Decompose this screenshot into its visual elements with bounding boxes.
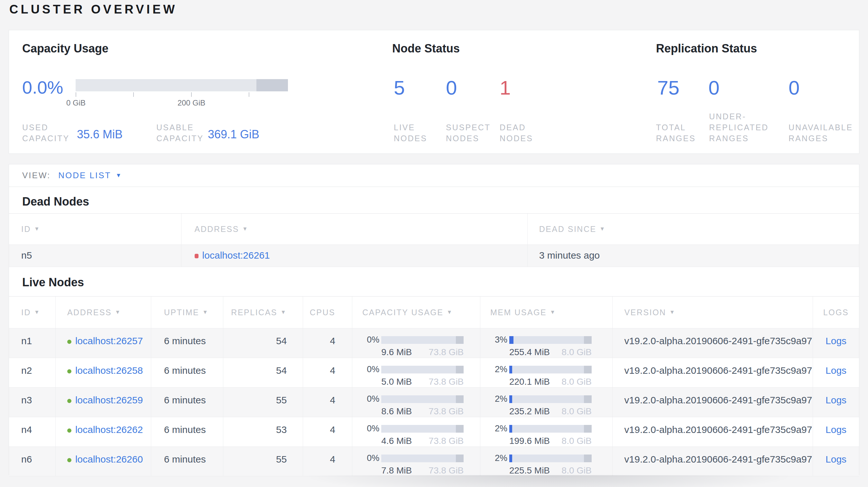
live-status-dot-icon [67, 340, 71, 344]
gauge-tick-label: 200 GiB [172, 98, 211, 107]
node-address-link[interactable]: localhost:26257 [75, 335, 143, 346]
dead-nodes-label: DEAD NODES [500, 122, 538, 144]
capacity-bar-nonusable-segment [456, 395, 464, 403]
mem-used-value: 220.1 MiB [509, 377, 550, 387]
capacity-used-value: 4.6 MiB [381, 436, 412, 446]
column-header-logs: LOGS [813, 297, 859, 328]
under-replicated-count: 0 [708, 78, 719, 98]
column-header-replicas[interactable]: REPLICAS▼ [223, 297, 303, 328]
node-id: n4 [9, 417, 56, 447]
capacity-total-value: 73.8 GiB [429, 347, 464, 357]
mem-percent: 3% [480, 335, 507, 345]
capacity-total-value: 73.8 GiB [429, 436, 464, 446]
column-header-id[interactable]: ID▼ [9, 214, 181, 245]
view-selector[interactable]: NODE LIST [58, 170, 111, 181]
live-status-dot-icon [67, 369, 71, 374]
mem-used-value: 199.6 MiB [509, 436, 550, 446]
capacity-usage-cell: 0% 9.6 MiB73.8 GiB [352, 328, 480, 358]
logs-link[interactable]: Logs [826, 454, 846, 464]
logs-link[interactable]: Logs [826, 424, 846, 435]
capacity-bar-nonusable-segment [456, 336, 464, 344]
live-nodes-count: 5 [394, 78, 405, 98]
mem-bar-nonusable-segment [584, 425, 592, 433]
used-capacity-label: USED CAPACITY [22, 122, 70, 144]
mem-bar [509, 336, 592, 344]
node-address-link[interactable]: localhost:26262 [75, 424, 143, 435]
column-header-uptime[interactable]: UPTIME▼ [151, 297, 223, 328]
mem-percent: 2% [480, 453, 507, 463]
node-address-link[interactable]: localhost:26258 [75, 365, 143, 376]
mem-total-value: 8.0 GiB [562, 347, 592, 357]
sort-desc-icon: ▼ [446, 309, 453, 316]
sort-desc-icon: ▼ [550, 309, 556, 316]
cpus-value: 4 [303, 417, 352, 447]
capacity-bar-nonusable-segment [456, 425, 464, 433]
live-status-dot-icon [67, 399, 71, 403]
live-nodes-table: ID▼ ADDRESS▼ UPTIME▼ REPLICAS▼ CPUS CAPA… [9, 296, 859, 476]
table-row: n6 localhost:26260 6 minutes 55 4 0% 7.8… [9, 447, 859, 476]
logs-link[interactable]: Logs [826, 395, 846, 405]
gauge-tick [191, 92, 192, 97]
under-replicated-label: UNDER-REPLICATED RANGES [709, 111, 778, 144]
unavailable-ranges-label: UNAVAILABLE RANGES [788, 122, 863, 144]
table-row: n5 localhost:26261 3 minutes ago [9, 245, 859, 267]
capacity-percent: 0% [352, 364, 379, 375]
capacity-bar [381, 336, 464, 344]
replicas-value: 55 [223, 388, 303, 417]
chevron-down-icon[interactable]: ▼ [116, 172, 121, 179]
page-bottom-shadow [238, 475, 859, 487]
table-row: n3 localhost:26259 6 minutes 55 4 0% 8.6… [9, 388, 859, 417]
column-header-dead-since[interactable]: DEAD SINCE▼ [528, 214, 859, 245]
dead-status-dot-icon [195, 254, 198, 258]
sort-desc-icon: ▼ [281, 309, 287, 316]
column-header-cpus[interactable]: CPUS [303, 297, 352, 328]
uptime-value: 6 minutes [151, 328, 223, 358]
unavailable-count: 0 [788, 78, 800, 98]
column-header-capacity-usage[interactable]: CAPACITY USAGE▼ [352, 297, 480, 328]
column-header-mem-usage[interactable]: MEM USAGE▼ [480, 297, 613, 328]
column-header-id[interactable]: ID▼ [9, 297, 56, 328]
mem-usage-cell: 3% 255.4 MiB8.0 GiB [480, 328, 613, 358]
capacity-percent: 0% [352, 335, 379, 345]
capacity-percent: 0% [352, 424, 379, 433]
mem-usage-cell: 2% 220.1 MiB8.0 GiB [480, 358, 613, 387]
node-id: n5 [9, 245, 181, 267]
gauge-tick-label: 0 GiB [57, 98, 95, 107]
total-ranges-label: TOTAL RANGES [656, 122, 704, 144]
version-value: v19.2.0-alpha.20190606-2491-gfe735c9a97 [613, 417, 813, 447]
mem-bar-nonusable-segment [584, 455, 592, 462]
cpus-value: 4 [303, 447, 352, 476]
mem-bar-fill [509, 395, 512, 403]
mem-total-value: 8.0 GiB [562, 377, 592, 387]
sort-desc-icon: ▼ [242, 226, 248, 232]
live-status-dot-icon [67, 458, 71, 462]
uptime-value: 6 minutes [151, 447, 223, 476]
mem-usage-cell: 2% 235.2 MiB8.0 GiB [480, 388, 613, 417]
node-address-link[interactable]: localhost:26260 [75, 454, 143, 464]
capacity-used-percent: 0.0% [22, 78, 63, 97]
capacity-usage-heading: Capacity Usage [22, 42, 108, 55]
logs-link[interactable]: Logs [826, 365, 846, 376]
suspect-nodes-label: SUSPECT NODES [446, 122, 493, 144]
column-header-version[interactable]: VERSION▼ [613, 297, 813, 328]
mem-bar [509, 366, 592, 374]
replicas-value: 53 [223, 417, 303, 447]
uptime-value: 6 minutes [151, 417, 223, 447]
capacity-total-value: 73.8 GiB [429, 406, 464, 417]
column-header-address[interactable]: ADDRESS▼ [56, 297, 151, 328]
node-address-link[interactable]: localhost:26259 [75, 395, 143, 405]
sort-desc-icon: ▼ [600, 226, 606, 232]
column-header-address[interactable]: ADDRESS▼ [181, 214, 528, 245]
mem-used-value: 255.4 MiB [509, 347, 550, 357]
mem-bar [509, 425, 592, 433]
version-value: v19.2.0-alpha.20190606-2491-gfe735c9a97 [613, 328, 813, 358]
capacity-total-value: 73.8 GiB [429, 377, 464, 387]
capacity-used-value: 9.6 MiB [381, 347, 412, 357]
logs-link[interactable]: Logs [826, 335, 846, 346]
view-bar: VIEW: NODE LIST ▼ [9, 164, 859, 187]
mem-usage-cell: 2% 225.5 MiB8.0 GiB [480, 447, 613, 476]
node-address-link[interactable]: localhost:26261 [203, 250, 270, 261]
version-value: v19.2.0-alpha.20190606-2491-gfe735c9a97 [613, 358, 813, 387]
table-row: n2 localhost:26258 6 minutes 54 4 0% 5.0… [9, 358, 859, 388]
mem-total-value: 8.0 GiB [562, 406, 592, 417]
